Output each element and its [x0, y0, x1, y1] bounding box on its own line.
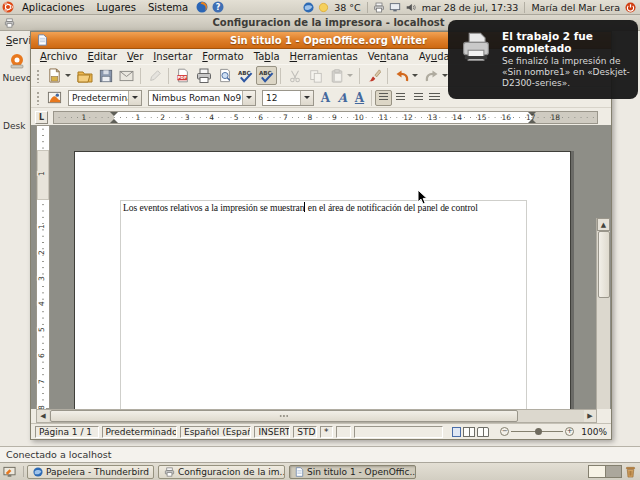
new-document-dropdown[interactable] [65, 74, 71, 77]
weather-icon[interactable] [318, 2, 329, 13]
v-ruler-number: 4 [37, 302, 46, 307]
document-page[interactable]: Los eventos relativos a la impresión se … [74, 151, 571, 409]
horizontal-scroll-thumb[interactable] [50, 410, 518, 422]
ubuntu-logo-icon[interactable] [2, 1, 14, 13]
font-name-combo[interactable]: Nimbus Roman No9 L [148, 90, 256, 106]
format-paintbrush-button[interactable] [363, 66, 384, 85]
h-ruler-number: 10 [354, 113, 364, 123]
v-ruler-number: 7 [37, 379, 46, 384]
new-document-button[interactable] [44, 66, 65, 85]
spellcheck-button[interactable]: ABC [235, 66, 256, 85]
zoom-in-icon[interactable]: + [565, 427, 574, 436]
printer-tray-icon[interactable] [373, 2, 385, 13]
bold-button[interactable]: A [317, 91, 334, 105]
align-justify-button[interactable] [426, 90, 443, 106]
redo-button[interactable] [421, 66, 442, 85]
menu-aplicaciones[interactable]: Aplicaciones [16, 2, 90, 13]
zoom-slider[interactable]: − + [500, 427, 574, 436]
styles-panel-button[interactable] [44, 88, 65, 107]
taskbar-button[interactable]: Configuracion de la im... [158, 465, 285, 479]
trash-icon[interactable] [624, 465, 638, 479]
document-area: 112345678 Los eventos relativos a la imp… [31, 125, 611, 409]
zoom-out-icon[interactable]: − [500, 427, 509, 436]
undo-button[interactable] [391, 66, 412, 85]
export-pdf-button[interactable]: PDF [172, 66, 193, 85]
shutdown-icon[interactable] [625, 2, 636, 13]
help-icon[interactable]: ? [212, 1, 224, 13]
tab-selector-icon[interactable]: L [35, 111, 48, 124]
toolbar-grip[interactable] [36, 91, 41, 105]
clock-label[interactable]: mar 28 de jul, 17:33 [422, 2, 519, 13]
language-cell[interactable]: Español (España) [180, 426, 251, 438]
writer-menu-herramientas[interactable]: Herramientas [285, 51, 363, 62]
horizontal-ruler[interactable]: 1123456789101112131415161718 [53, 111, 598, 124]
multi-page-view-icon[interactable] [463, 427, 475, 437]
writer-menu-ventana[interactable]: Ventana [363, 51, 414, 62]
h-ruler-number: 6 [258, 113, 263, 123]
notification-title: El trabajo 2 fue completado [502, 30, 630, 54]
taskbar-button[interactable]: Sin titulo 1 - OpenOffic... [289, 465, 416, 479]
book-view-icon[interactable] [477, 427, 489, 437]
horizontal-scrollbar[interactable]: ◀ ▶ [36, 409, 597, 423]
menu-sistema[interactable]: Sistema [142, 2, 194, 13]
open-button[interactable] [74, 66, 95, 85]
printer-config-statusbar: Conectado a localhost [0, 446, 640, 462]
vertical-scrollbar[interactable]: ▲ ▼ ⇈ ○ ⇊ [596, 218, 610, 409]
font-size-combo[interactable]: 12 [262, 90, 314, 106]
page-preview-button[interactable] [214, 66, 235, 85]
font-size-dropdown[interactable] [300, 91, 313, 105]
underline-button[interactable]: A [351, 91, 368, 105]
writer-menu-insertar[interactable]: Insertar [148, 51, 197, 62]
scroll-left-icon[interactable]: ◀ [37, 410, 49, 422]
modified-flag-cell[interactable]: * [320, 426, 333, 438]
writer-menu-archivo[interactable]: Archivo [35, 51, 82, 62]
font-name-dropdown[interactable] [242, 91, 255, 105]
single-page-view-icon[interactable] [452, 427, 461, 437]
zoom-percent-label[interactable]: 100% [581, 427, 607, 437]
selection-mode-cell[interactable]: STD [293, 426, 317, 438]
email-button[interactable] [116, 66, 137, 85]
writer-menu-formato[interactable]: Formato [197, 51, 248, 62]
menu-lugares[interactable]: Lugares [90, 2, 141, 13]
printer-list-item[interactable]: Desk [3, 121, 30, 131]
scroll-up-icon[interactable]: ▲ [597, 218, 610, 231]
writer-menu-ver[interactable]: Ver [122, 51, 148, 62]
undo-dropdown[interactable] [412, 74, 418, 77]
volume-icon[interactable] [405, 2, 417, 13]
align-right-button[interactable] [409, 90, 426, 106]
print-button[interactable] [193, 66, 214, 85]
screen: { "panel": { "menus": [ {"label":"Aplica… [0, 0, 640, 480]
italic-button[interactable]: A [334, 91, 351, 105]
user-label[interactable]: María del Mar Lera [531, 2, 620, 13]
menu-servidor[interactable]: Servic [6, 35, 32, 46]
firefox-icon[interactable] [196, 1, 208, 13]
autospellcheck-button[interactable]: ABC [256, 66, 277, 85]
left-indent-marker[interactable] [110, 112, 118, 123]
workspace-switcher[interactable] [588, 465, 622, 478]
workspace-1[interactable] [589, 466, 605, 477]
insert-mode-cell[interactable]: INSERT [254, 426, 290, 438]
workspace-2[interactable] [605, 466, 622, 477]
writer-menu-tabla[interactable]: Tabla [249, 51, 285, 62]
scroll-right-icon[interactable]: ▶ [584, 410, 596, 422]
svg-text:PDF: PDF [177, 75, 186, 80]
page-style-cell[interactable]: Predeterminado [102, 426, 177, 438]
page-number-cell[interactable]: Página 1 / 1 [35, 426, 99, 438]
writer-menu-editar[interactable]: Editar [82, 51, 122, 62]
vertical-scroll-thumb[interactable] [598, 231, 610, 298]
show-desktop-button[interactable] [2, 464, 17, 479]
vertical-ruler[interactable]: 112345678 [36, 125, 50, 409]
display-tray-icon[interactable] [389, 2, 401, 13]
new-printer-button[interactable]: Nuevo [2, 51, 32, 83]
align-center-button[interactable] [392, 90, 409, 106]
toolbar-grip[interactable] [36, 69, 41, 83]
paragraph-style-dropdown[interactable] [128, 91, 141, 105]
paragraph-style-combo[interactable]: Predeterminado [68, 90, 142, 106]
zoom-slider-thumb[interactable] [535, 428, 542, 435]
save-button[interactable] [95, 66, 116, 85]
h-ruler-number: 3 [185, 113, 190, 123]
print-notification[interactable]: El trabajo 2 fue completado Se finalizó … [448, 20, 638, 99]
align-left-button[interactable] [375, 90, 392, 106]
thunderbird-tray-icon[interactable] [303, 2, 314, 13]
taskbar-button[interactable]: Papelera - Thunderbird [27, 465, 154, 479]
